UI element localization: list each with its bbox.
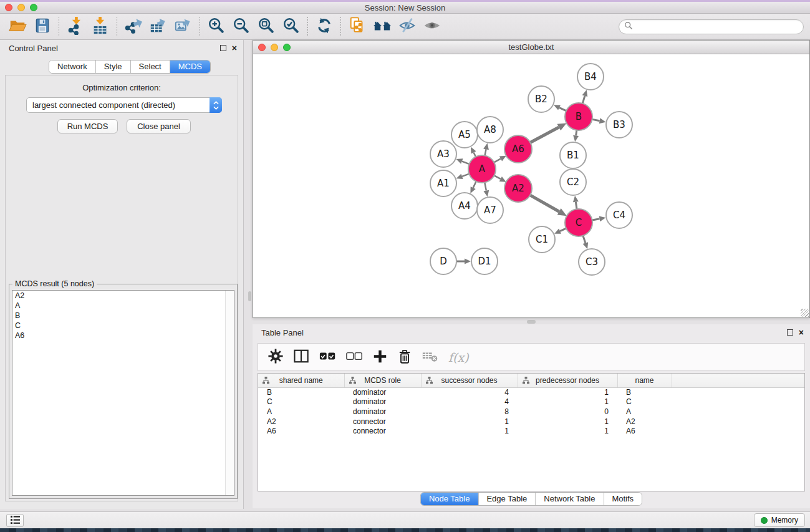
table-cell[interactable]: 1 <box>518 397 617 407</box>
table-cell[interactable]: 1 <box>421 426 518 436</box>
zoom-in-button[interactable] <box>204 16 229 38</box>
tab-edge-table[interactable]: Edge Table <box>478 493 536 505</box>
table-row[interactable]: Bdominator41B <box>258 387 804 397</box>
export-network-button[interactable] <box>121 16 146 38</box>
search-field[interactable] <box>619 19 804 34</box>
table-cell[interactable]: 1 <box>518 426 617 436</box>
table-cell[interactable]: 4 <box>421 397 518 407</box>
table-cell[interactable]: 1 <box>421 417 518 427</box>
column-header-shared-name[interactable]: shared name <box>258 374 344 387</box>
new-network-from-selection-button[interactable] <box>345 16 370 38</box>
table-cell[interactable]: 1 <box>518 387 617 397</box>
graph-edge[interactable] <box>582 96 585 104</box>
delete-column-button[interactable] <box>397 348 412 367</box>
table-cell[interactable]: A2 <box>258 417 344 427</box>
table-cell[interactable]: 4 <box>421 387 518 397</box>
table-cell[interactable]: A6 <box>258 426 344 436</box>
result-item[interactable]: A6 <box>12 331 234 341</box>
memory-button[interactable]: Memory <box>754 513 805 527</box>
graph-edge[interactable] <box>583 235 586 243</box>
vertical-scrollbar-thumb[interactable] <box>248 291 251 301</box>
table-cell[interactable]: dominator <box>344 407 421 417</box>
close-table-panel-icon[interactable]: × <box>799 329 804 336</box>
table-cell[interactable]: A <box>258 407 344 417</box>
home-button[interactable] <box>370 16 395 38</box>
create-column-button[interactable] <box>373 348 387 367</box>
hide-graphics-details-button[interactable] <box>395 16 420 38</box>
table-cell[interactable]: dominator <box>344 397 421 407</box>
minimize-network-window-icon[interactable] <box>271 44 278 51</box>
table-cell[interactable]: 0 <box>518 407 617 417</box>
graph-edge[interactable] <box>462 162 470 165</box>
table-row[interactable]: Cdominator41C <box>258 397 804 407</box>
tab-style[interactable]: Style <box>96 60 131 73</box>
tab-network[interactable]: Network <box>49 60 96 73</box>
network-canvas[interactable]: AA1A2A3A4A5A6A7A8BB1B2B3B4CC1C2C3C4DD1 <box>253 54 809 317</box>
close-panel-button[interactable]: Close panel <box>127 119 191 133</box>
open-session-button[interactable] <box>5 16 30 38</box>
table-cell[interactable]: connector <box>344 417 421 427</box>
column-header-mcds-role[interactable]: MCDS role <box>344 374 421 387</box>
window-resize-grip[interactable] <box>801 309 809 317</box>
network-graph[interactable]: AA1A2A3A4A5A6A7A8BB1B2B3B4CC1C2C3C4DD1 <box>253 54 809 317</box>
tab-network-table[interactable]: Network Table <box>536 493 604 505</box>
criterion-dropdown[interactable]: largest connected component (directed) <box>26 97 222 113</box>
table-cell[interactable]: C <box>617 397 672 407</box>
export-image-button[interactable] <box>171 16 196 38</box>
table-row[interactable]: A6connector11A6 <box>258 426 804 436</box>
column-header-name[interactable]: name <box>617 374 672 387</box>
refresh-button[interactable] <box>312 16 337 38</box>
run-mcds-button[interactable]: Run MCDS <box>57 119 118 133</box>
tab-select[interactable]: Select <box>131 60 170 73</box>
table-cell[interactable]: dominator <box>344 387 421 397</box>
function-builder-button[interactable]: f(x) <box>448 348 469 367</box>
task-history-button[interactable] <box>6 514 24 527</box>
tab-motifs[interactable]: Motifs <box>604 493 642 505</box>
result-item[interactable]: A2 <box>12 291 234 301</box>
mcds-result-list[interactable]: A2ABCA6 <box>12 290 234 496</box>
table-cell[interactable]: C <box>258 397 344 407</box>
close-window-icon[interactable] <box>5 4 12 11</box>
show-graphics-details-button[interactable] <box>420 16 445 38</box>
import-network-button[interactable] <box>63 16 88 38</box>
import-table-button[interactable] <box>88 16 113 38</box>
minimize-window-icon[interactable] <box>17 4 25 11</box>
network-window-titlebar[interactable]: testGlobe.txt <box>253 41 809 54</box>
zoom-window-icon[interactable] <box>30 4 37 11</box>
tab-mcds[interactable]: MCDS <box>170 60 210 73</box>
column-header-predecessor-nodes[interactable]: predecessor nodes <box>518 374 617 387</box>
table-cell[interactable]: connector <box>344 426 421 436</box>
table-cell[interactable]: A <box>617 407 672 417</box>
table-cell[interactable]: B <box>258 387 344 397</box>
close-panel-icon[interactable]: × <box>232 45 237 51</box>
graph-edge[interactable] <box>530 127 559 143</box>
table-settings-button[interactable] <box>268 348 283 367</box>
zoom-network-window-icon[interactable] <box>283 44 291 51</box>
table-row[interactable]: A2connector11A2 <box>258 417 804 427</box>
table-cell[interactable]: A2 <box>617 417 672 427</box>
result-list-scrollbar[interactable] <box>225 291 234 495</box>
export-table-button[interactable] <box>146 16 171 38</box>
app-titlebar[interactable]: Session: New Session <box>0 2 810 14</box>
zoom-selected-button[interactable] <box>279 16 304 38</box>
graph-edge[interactable] <box>485 182 486 191</box>
float-table-panel-icon[interactable] <box>787 329 793 336</box>
deselect-all-button[interactable] <box>346 348 363 367</box>
table-cell[interactable]: A6 <box>617 426 672 436</box>
table-cell[interactable]: 1 <box>518 417 617 427</box>
table-cell[interactable]: B <box>617 387 672 397</box>
save-session-button[interactable] <box>30 16 55 38</box>
tab-node-table[interactable]: Node Table <box>421 493 479 505</box>
zoom-out-button[interactable] <box>229 16 254 38</box>
table-cell[interactable]: 8 <box>421 407 518 417</box>
select-all-button[interactable] <box>319 348 336 367</box>
graph-edge[interactable] <box>529 195 559 211</box>
column-header-successor-nodes[interactable]: successor nodes <box>421 374 518 387</box>
zoom-fit-button[interactable] <box>254 16 279 38</box>
column-layout-button[interactable] <box>293 348 309 367</box>
delete-table-button[interactable] <box>422 348 438 367</box>
result-item[interactable]: A <box>12 301 234 311</box>
float-panel-icon[interactable] <box>220 45 226 51</box>
table-row[interactable]: Adominator80A <box>258 407 804 417</box>
horizontal-scrollbar-thumb[interactable] <box>527 320 536 324</box>
